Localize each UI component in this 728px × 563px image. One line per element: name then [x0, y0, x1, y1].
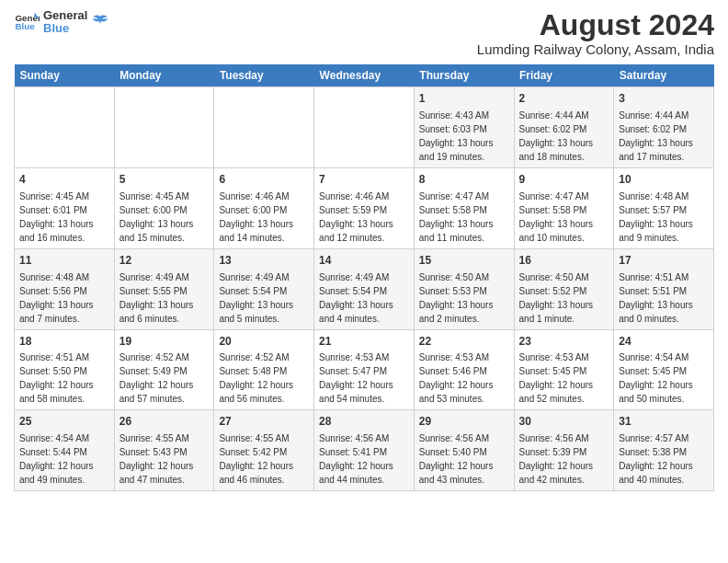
- calendar-cell: 21Sunrise: 4:53 AM Sunset: 5:47 PM Dayli…: [314, 329, 415, 410]
- calendar-cell: [214, 87, 314, 168]
- calendar-cell: [15, 87, 115, 168]
- calendar-cell: 17Sunrise: 4:51 AM Sunset: 5:51 PM Dayli…: [614, 248, 714, 329]
- day-number: 18: [19, 334, 109, 350]
- calendar-header-row: SundayMondayTuesdayWednesdayThursdayFrid…: [15, 64, 714, 87]
- day-info: Sunrise: 4:44 AM Sunset: 6:02 PM Dayligh…: [619, 110, 693, 162]
- day-number: 7: [319, 172, 409, 188]
- day-number: 6: [219, 172, 309, 188]
- calendar-cell: 2Sunrise: 4:44 AM Sunset: 6:02 PM Daylig…: [514, 87, 614, 168]
- day-info: Sunrise: 4:52 AM Sunset: 5:49 PM Dayligh…: [119, 352, 194, 404]
- calendar-cell: [314, 87, 415, 168]
- week-row-4: 25Sunrise: 4:54 AM Sunset: 5:44 PM Dayli…: [15, 410, 714, 491]
- day-info: Sunrise: 4:56 AM Sunset: 5:40 PM Dayligh…: [419, 433, 494, 485]
- day-number: 21: [319, 334, 409, 350]
- day-number: 9: [519, 172, 609, 188]
- day-number: 5: [119, 172, 210, 188]
- day-number: 17: [619, 253, 709, 269]
- calendar-cell: 20Sunrise: 4:52 AM Sunset: 5:48 PM Dayli…: [214, 329, 314, 410]
- day-number: 28: [319, 414, 409, 430]
- day-info: Sunrise: 4:49 AM Sunset: 5:55 PM Dayligh…: [119, 272, 194, 324]
- day-info: Sunrise: 4:49 AM Sunset: 5:54 PM Dayligh…: [219, 272, 293, 324]
- day-number: 2: [519, 91, 609, 107]
- day-info: Sunrise: 4:45 AM Sunset: 6:01 PM Dayligh…: [19, 191, 94, 243]
- day-number: 3: [619, 91, 709, 107]
- svg-text:Blue: Blue: [15, 22, 35, 32]
- calendar-cell: 28Sunrise: 4:56 AM Sunset: 5:41 PM Dayli…: [314, 410, 415, 491]
- calendar-cell: 13Sunrise: 4:49 AM Sunset: 5:54 PM Dayli…: [214, 248, 314, 329]
- day-number: 14: [319, 253, 409, 269]
- week-row-3: 18Sunrise: 4:51 AM Sunset: 5:50 PM Dayli…: [15, 329, 714, 410]
- calendar-cell: 5Sunrise: 4:45 AM Sunset: 6:00 PM Daylig…: [114, 167, 214, 248]
- calendar-cell: 31Sunrise: 4:57 AM Sunset: 5:38 PM Dayli…: [614, 410, 714, 491]
- day-info: Sunrise: 4:53 AM Sunset: 5:45 PM Dayligh…: [519, 352, 594, 404]
- calendar-cell: 3Sunrise: 4:44 AM Sunset: 6:02 PM Daylig…: [614, 87, 714, 168]
- day-number: 29: [419, 414, 509, 430]
- calendar-cell: 10Sunrise: 4:48 AM Sunset: 5:57 PM Dayli…: [614, 167, 714, 248]
- calendar-cell: 24Sunrise: 4:54 AM Sunset: 5:45 PM Dayli…: [614, 329, 714, 410]
- day-info: Sunrise: 4:56 AM Sunset: 5:41 PM Dayligh…: [319, 433, 393, 485]
- header-tuesday: Tuesday: [214, 64, 314, 87]
- day-info: Sunrise: 4:52 AM Sunset: 5:48 PM Dayligh…: [219, 352, 293, 404]
- header-sunday: Sunday: [15, 64, 115, 87]
- header-saturday: Saturday: [614, 64, 714, 87]
- logo: General Blue General Blue: [14, 9, 109, 36]
- page-title: August 2024: [477, 9, 714, 41]
- header-thursday: Thursday: [414, 64, 514, 87]
- calendar-cell: 4Sunrise: 4:45 AM Sunset: 6:01 PM Daylig…: [15, 167, 115, 248]
- header-wednesday: Wednesday: [314, 64, 415, 87]
- logo-blue: Blue: [43, 22, 87, 35]
- calendar-cell: 16Sunrise: 4:50 AM Sunset: 5:52 PM Dayli…: [514, 248, 614, 329]
- day-info: Sunrise: 4:44 AM Sunset: 6:02 PM Dayligh…: [519, 110, 594, 162]
- page-subtitle: Lumding Railway Colony, Assam, India: [477, 41, 714, 57]
- day-number: 25: [19, 414, 109, 430]
- day-info: Sunrise: 4:49 AM Sunset: 5:54 PM Dayligh…: [319, 272, 393, 324]
- calendar-cell: 11Sunrise: 4:48 AM Sunset: 5:56 PM Dayli…: [15, 248, 115, 329]
- week-row-2: 11Sunrise: 4:48 AM Sunset: 5:56 PM Dayli…: [15, 248, 714, 329]
- day-number: 26: [119, 414, 210, 430]
- day-number: 24: [619, 334, 709, 350]
- day-info: Sunrise: 4:55 AM Sunset: 5:42 PM Dayligh…: [219, 433, 293, 485]
- day-info: Sunrise: 4:46 AM Sunset: 5:59 PM Dayligh…: [319, 191, 393, 243]
- calendar-cell: 25Sunrise: 4:54 AM Sunset: 5:44 PM Dayli…: [15, 410, 115, 491]
- day-info: Sunrise: 4:45 AM Sunset: 6:00 PM Dayligh…: [119, 191, 194, 243]
- logo-icon: General Blue: [14, 9, 40, 35]
- calendar-cell: 1Sunrise: 4:43 AM Sunset: 6:03 PM Daylig…: [414, 87, 514, 168]
- week-row-0: 1Sunrise: 4:43 AM Sunset: 6:03 PM Daylig…: [15, 87, 714, 168]
- day-info: Sunrise: 4:57 AM Sunset: 5:38 PM Dayligh…: [619, 433, 693, 485]
- calendar-cell: 14Sunrise: 4:49 AM Sunset: 5:54 PM Dayli…: [314, 248, 415, 329]
- calendar-cell: 9Sunrise: 4:47 AM Sunset: 5:58 PM Daylig…: [514, 167, 614, 248]
- day-info: Sunrise: 4:47 AM Sunset: 5:58 PM Dayligh…: [419, 191, 494, 243]
- logo-general: General: [43, 9, 87, 22]
- day-info: Sunrise: 4:56 AM Sunset: 5:39 PM Dayligh…: [519, 433, 594, 485]
- day-number: 11: [19, 253, 109, 269]
- calendar-cell: 22Sunrise: 4:53 AM Sunset: 5:46 PM Dayli…: [414, 329, 514, 410]
- calendar-cell: 29Sunrise: 4:56 AM Sunset: 5:40 PM Dayli…: [414, 410, 514, 491]
- calendar-table: SundayMondayTuesdayWednesdayThursdayFrid…: [14, 64, 714, 491]
- calendar-cell: 27Sunrise: 4:55 AM Sunset: 5:42 PM Dayli…: [214, 410, 314, 491]
- day-number: 13: [219, 253, 309, 269]
- day-number: 15: [419, 253, 509, 269]
- day-number: 8: [419, 172, 509, 188]
- day-info: Sunrise: 4:43 AM Sunset: 6:03 PM Dayligh…: [419, 110, 494, 162]
- day-info: Sunrise: 4:48 AM Sunset: 5:56 PM Dayligh…: [19, 272, 94, 324]
- day-number: 22: [419, 334, 509, 350]
- day-number: 4: [19, 172, 109, 188]
- day-number: 16: [519, 253, 609, 269]
- calendar-cell: 12Sunrise: 4:49 AM Sunset: 5:55 PM Dayli…: [114, 248, 214, 329]
- day-info: Sunrise: 4:51 AM Sunset: 5:50 PM Dayligh…: [19, 352, 94, 404]
- day-info: Sunrise: 4:50 AM Sunset: 5:52 PM Dayligh…: [519, 272, 594, 324]
- calendar-cell: 8Sunrise: 4:47 AM Sunset: 5:58 PM Daylig…: [414, 167, 514, 248]
- day-info: Sunrise: 4:47 AM Sunset: 5:58 PM Dayligh…: [519, 191, 594, 243]
- day-info: Sunrise: 4:54 AM Sunset: 5:45 PM Dayligh…: [619, 352, 693, 404]
- day-info: Sunrise: 4:53 AM Sunset: 5:46 PM Dayligh…: [419, 352, 494, 404]
- calendar-cell: 30Sunrise: 4:56 AM Sunset: 5:39 PM Dayli…: [514, 410, 614, 491]
- calendar-cell: 7Sunrise: 4:46 AM Sunset: 5:59 PM Daylig…: [314, 167, 415, 248]
- calendar-cell: 6Sunrise: 4:46 AM Sunset: 6:00 PM Daylig…: [214, 167, 314, 248]
- day-info: Sunrise: 4:48 AM Sunset: 5:57 PM Dayligh…: [619, 191, 693, 243]
- day-number: 27: [219, 414, 309, 430]
- calendar-cell: [114, 87, 214, 168]
- calendar-cell: 18Sunrise: 4:51 AM Sunset: 5:50 PM Dayli…: [15, 329, 115, 410]
- day-info: Sunrise: 4:53 AM Sunset: 5:47 PM Dayligh…: [319, 352, 393, 404]
- calendar-cell: 19Sunrise: 4:52 AM Sunset: 5:49 PM Dayli…: [114, 329, 214, 410]
- day-info: Sunrise: 4:46 AM Sunset: 6:00 PM Dayligh…: [219, 191, 293, 243]
